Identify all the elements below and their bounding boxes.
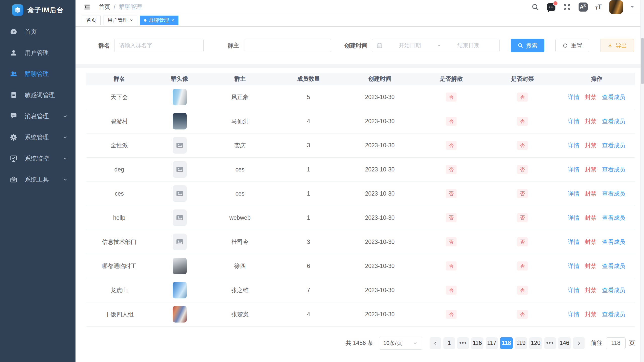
sidebar-item-label: 系统监控 — [25, 154, 62, 162]
tab-label: 群聊管理 — [149, 17, 169, 24]
ban-link[interactable]: 封禁 — [585, 94, 596, 100]
breadcrumb-home[interactable]: 首页 — [99, 3, 110, 11]
detail-link[interactable]: 详情 — [568, 190, 579, 197]
reset-button[interactable]: 重置 — [555, 39, 589, 52]
group-owner: ces — [207, 157, 273, 182]
next-page-button[interactable] — [573, 337, 585, 349]
group-name-input[interactable] — [114, 39, 204, 52]
detail-link[interactable]: 详情 — [568, 118, 579, 124]
group-avatar-placeholder — [173, 209, 187, 226]
ban-link[interactable]: 封禁 — [585, 214, 596, 221]
user-avatar[interactable] — [609, 0, 623, 14]
page-button-active[interactable]: 118 — [500, 337, 512, 349]
table-header-row: 群名 群头像 群主 成员数量 创建时间 是否解散 是否封禁 操作 — [86, 73, 635, 85]
chevron-right-icon — [576, 340, 582, 346]
detail-link[interactable]: 详情 — [568, 142, 579, 149]
view-members-link[interactable]: 查看成员 — [602, 287, 625, 293]
detail-link[interactable]: 详情 — [568, 263, 579, 269]
search-button[interactable]: 搜索 — [511, 39, 544, 52]
ban-link[interactable]: 封禁 — [585, 190, 596, 197]
view-members-link[interactable]: 查看成员 — [602, 94, 625, 100]
ban-link[interactable]: 封禁 — [585, 166, 596, 173]
banned-badge: 否 — [517, 213, 528, 222]
sidebar-item-system-monitor[interactable]: 系统监控 — [0, 148, 75, 169]
dashboard-icon — [10, 28, 18, 36]
scrollbar-thumb[interactable] — [641, 38, 644, 84]
create-time: 2023-10-30 — [344, 206, 415, 230]
view-members-link[interactable]: 查看成员 — [602, 263, 625, 269]
page-button[interactable]: 116 — [471, 337, 483, 349]
ban-link[interactable]: 封禁 — [585, 142, 596, 149]
create-time: 2023-10-30 — [344, 133, 415, 157]
sidebar-item-groups[interactable]: 群聊管理 — [0, 63, 75, 84]
tab-user-management[interactable]: 用户管理 × — [103, 16, 137, 25]
group-avatar — [173, 258, 187, 274]
view-members-link[interactable]: 查看成员 — [602, 239, 625, 245]
member-count: 1 — [273, 157, 344, 182]
page-button[interactable]: 120 — [529, 337, 542, 349]
export-button[interactable]: 导出 — [600, 39, 634, 52]
page-button[interactable]: 146 — [558, 337, 571, 349]
translate-icon[interactable]: A文 — [579, 3, 588, 12]
search-icon[interactable] — [531, 3, 539, 11]
view-tabs: 首页 用户管理 × 群聊管理 × — [75, 14, 644, 27]
page-button[interactable]: 117 — [486, 337, 498, 349]
detail-link[interactable]: 详情 — [568, 239, 579, 245]
detail-link[interactable]: 详情 — [568, 166, 579, 173]
sidebar: 盒子IM后台 首页 用户管理 群聊管理 敏感词管理 消息管理 系统管理 — [0, 0, 75, 362]
tab-group-management[interactable]: 群聊管理 × — [140, 16, 179, 25]
ban-link[interactable]: 封禁 — [585, 263, 596, 269]
member-count: 1 — [273, 182, 344, 206]
document-icon — [10, 91, 18, 99]
close-icon[interactable]: × — [130, 18, 133, 23]
group-owner-input[interactable] — [244, 39, 331, 52]
view-members-link[interactable]: 查看成员 — [602, 166, 625, 173]
view-members-link[interactable]: 查看成员 — [602, 214, 625, 221]
dissolved-badge: 否 — [446, 310, 457, 319]
ban-link[interactable]: 封禁 — [585, 311, 596, 318]
main-area: 首页 / 群聊管理 A文 TT — [75, 0, 644, 362]
view-members-link[interactable]: 查看成员 — [602, 311, 625, 318]
ban-link[interactable]: 封禁 — [585, 118, 596, 124]
group-name: 碧游村 — [86, 109, 152, 133]
more-pages-prev[interactable]: ••• — [457, 337, 469, 349]
font-size-icon[interactable]: TT — [595, 3, 602, 11]
view-members-link[interactable]: 查看成员 — [602, 190, 625, 197]
page-button[interactable]: 1 — [443, 337, 455, 349]
page-button[interactable]: 119 — [515, 337, 527, 349]
caret-down-icon[interactable] — [630, 6, 634, 10]
fullscreen-icon[interactable] — [563, 3, 571, 11]
tab-home[interactable]: 首页 — [82, 16, 101, 25]
prev-page-button[interactable] — [430, 337, 441, 349]
view-members-link[interactable]: 查看成员 — [602, 142, 625, 149]
ban-link[interactable]: 封禁 — [585, 239, 596, 245]
scrollbar-track[interactable] — [640, 0, 644, 362]
sidebar-item-sensitive-words[interactable]: 敏感词管理 — [0, 84, 75, 106]
close-icon[interactable]: × — [172, 18, 174, 23]
group-avatar — [173, 89, 187, 105]
col-actions: 操作 — [558, 73, 635, 85]
sidebar-item-system-management[interactable]: 系统管理 — [0, 127, 75, 148]
sidebar-item-users[interactable]: 用户管理 — [0, 42, 75, 63]
view-members-link[interactable]: 查看成员 — [602, 118, 625, 124]
group-avatar — [173, 113, 187, 129]
sidebar-item-messages[interactable]: 消息管理 — [0, 106, 75, 127]
page-size-select[interactable]: 10条/页 — [379, 337, 422, 350]
group-name: 龙虎山 — [86, 278, 152, 302]
detail-link[interactable]: 详情 — [568, 214, 579, 221]
sidebar-item-system-tools[interactable]: 系统工具 — [0, 169, 75, 190]
date-range-picker[interactable]: 开始日期 - 结束日期 — [372, 39, 500, 52]
create-time: 2023-10-30 — [344, 182, 415, 206]
more-pages-next[interactable]: ••• — [544, 337, 556, 349]
chevron-down-icon — [62, 134, 68, 140]
message-icon[interactable] — [547, 3, 555, 11]
detail-link[interactable]: 详情 — [568, 311, 579, 318]
collapse-sidebar-icon[interactable] — [83, 3, 92, 11]
goto-label: 前往 — [591, 339, 602, 347]
detail-link[interactable]: 详情 — [568, 94, 579, 100]
banned-badge: 否 — [517, 141, 528, 150]
ban-link[interactable]: 封禁 — [585, 287, 596, 293]
detail-link[interactable]: 详情 — [568, 287, 579, 293]
goto-page-input[interactable] — [606, 337, 626, 349]
sidebar-item-home[interactable]: 首页 — [0, 21, 75, 42]
